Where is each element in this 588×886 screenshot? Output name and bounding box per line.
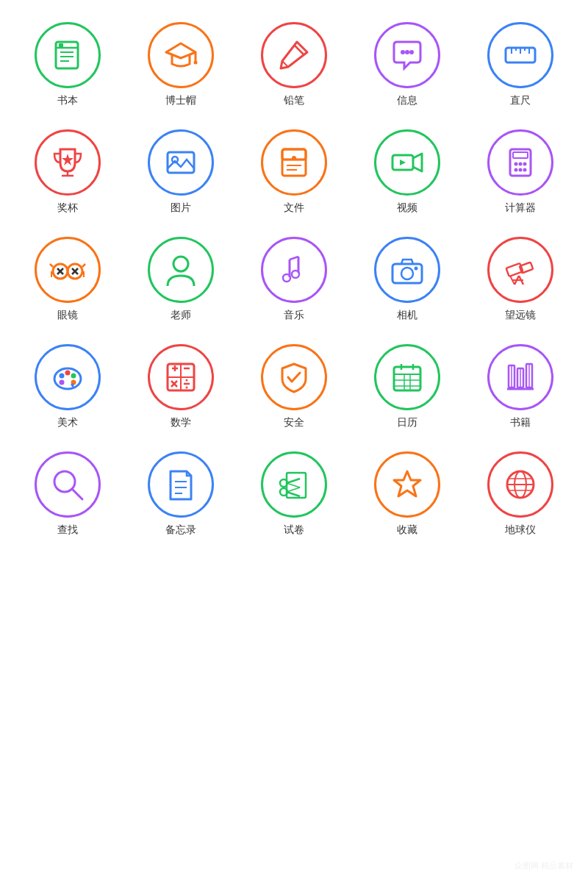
svg-point-36	[514, 162, 518, 166]
icon-item-ruler: 直尺	[467, 22, 573, 107]
icon-item-teacher: 老师	[128, 237, 234, 322]
telescope-label: 望远镜	[505, 309, 536, 322]
graduation-label: 博士帽	[165, 94, 196, 107]
icon-item-video: 视频	[354, 129, 460, 215]
search-icon	[35, 451, 101, 518]
svg-line-10	[282, 61, 288, 67]
icon-item-exam: 试卷	[241, 451, 347, 537]
icon-grid: 书本 博士帽 铅笔	[15, 22, 573, 537]
books-icon	[487, 344, 553, 410]
svg-marker-112	[394, 471, 420, 496]
svg-point-11	[401, 50, 405, 54]
svg-line-110	[287, 483, 300, 487]
icon-item-glasses: 眼镜	[15, 237, 121, 322]
camera-icon	[374, 237, 440, 303]
svg-point-53	[173, 257, 188, 271]
svg-line-108	[287, 479, 300, 483]
math-icon	[148, 344, 214, 410]
collect-icon	[374, 451, 440, 518]
file-icon	[261, 129, 327, 196]
svg-rect-85	[394, 367, 420, 390]
ruler-label: 直尺	[510, 94, 531, 107]
exam-label: 试卷	[284, 524, 304, 537]
calendar-label: 日历	[397, 416, 417, 429]
svg-rect-105	[287, 473, 306, 498]
video-icon	[374, 129, 440, 196]
calculator-icon	[487, 129, 553, 196]
trophy-label: 奖杯	[57, 201, 78, 215]
svg-rect-25	[282, 149, 306, 176]
svg-point-8	[194, 61, 198, 65]
security-icon	[261, 344, 327, 410]
memo-label: 备忘录	[165, 524, 196, 537]
svg-point-73	[60, 380, 65, 385]
collect-label: 收藏	[397, 524, 417, 537]
exam-icon	[261, 451, 327, 518]
music-icon	[261, 237, 327, 303]
books-label: 书籍	[510, 416, 531, 429]
svg-point-69	[60, 374, 65, 379]
svg-line-45	[50, 264, 53, 267]
icon-item-telescope: 望远镜	[467, 237, 573, 322]
svg-point-83	[186, 379, 188, 382]
book-label: 书本	[57, 94, 78, 107]
svg-point-40	[519, 168, 523, 172]
book-icon	[35, 22, 101, 88]
pencil-label: 铅笔	[284, 94, 304, 107]
memo-icon	[148, 451, 214, 518]
svg-line-109	[287, 492, 300, 496]
image-icon	[148, 129, 214, 196]
svg-marker-22	[62, 154, 74, 165]
icon-item-search: 查找	[15, 451, 121, 537]
svg-rect-35	[513, 152, 528, 158]
svg-point-13	[409, 50, 414, 54]
svg-point-39	[514, 168, 518, 172]
svg-point-57	[283, 274, 290, 282]
svg-point-37	[519, 162, 523, 166]
calculator-label: 计算器	[505, 201, 536, 215]
teacher-label: 老师	[171, 309, 191, 322]
music-label: 音乐	[284, 309, 304, 322]
glasses-label: 眼镜	[57, 309, 78, 322]
icon-item-books: 书籍	[467, 344, 573, 429]
art-label: 美术	[57, 416, 78, 429]
file-label: 文件	[284, 201, 304, 215]
svg-point-12	[405, 50, 409, 54]
icon-item-music: 音乐	[241, 237, 347, 322]
svg-point-84	[186, 387, 188, 389]
icon-item-security: 安全	[241, 344, 347, 429]
icon-item-message: 信息	[354, 22, 460, 107]
svg-rect-2	[59, 43, 63, 48]
globe-icon	[487, 451, 553, 518]
calendar-icon	[374, 344, 440, 410]
message-icon	[374, 22, 440, 88]
icon-item-math: 数学	[128, 344, 234, 429]
svg-line-101	[72, 489, 82, 499]
svg-point-58	[292, 271, 299, 278]
art-icon	[35, 344, 101, 410]
ruler-icon	[487, 22, 553, 88]
icon-item-trophy: 奖杯	[15, 129, 121, 215]
icon-item-file: 文件	[241, 129, 347, 215]
image-label: 图片	[171, 201, 191, 215]
pencil-icon	[261, 22, 327, 88]
svg-line-111	[287, 487, 300, 492]
icon-item-collect: 收藏	[354, 451, 460, 537]
svg-point-60	[401, 268, 413, 279]
icon-item-calculator: 计算器	[467, 129, 573, 215]
icon-item-globe: 地球仪	[467, 451, 573, 537]
trophy-icon	[35, 129, 101, 196]
svg-point-61	[415, 267, 418, 271]
svg-line-46	[82, 264, 85, 267]
telescope-icon	[487, 237, 553, 303]
icon-item-pencil: 铅笔	[241, 22, 347, 107]
graduation-icon	[148, 22, 214, 88]
svg-point-38	[523, 162, 527, 166]
teacher-icon	[148, 237, 214, 303]
video-label: 视频	[397, 201, 417, 215]
icon-item-calendar: 日历	[354, 344, 460, 429]
security-label: 安全	[284, 416, 304, 429]
camera-label: 相机	[397, 309, 417, 322]
icon-item-camera: 相机	[354, 237, 460, 322]
svg-marker-6	[166, 43, 196, 58]
